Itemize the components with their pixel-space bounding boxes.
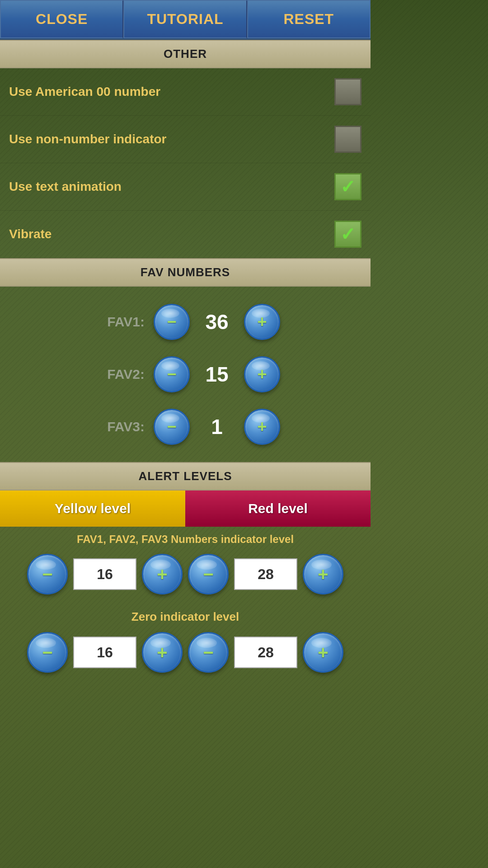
fav2-plus-button[interactable]: + — [244, 356, 280, 392]
fav-indicator-row: − 16 + − 28 + — [0, 549, 371, 604]
checkbox-textanimation[interactable]: ✓ — [334, 173, 361, 200]
fav2-row: FAV2: − 15 + — [0, 348, 371, 401]
red-level-indicator: Red level — [185, 491, 371, 527]
fav2-minus-button[interactable]: − — [154, 356, 190, 392]
zero-yellow-plus-button[interactable]: + — [142, 632, 183, 673]
setting-label-american00: Use American 00 number — [9, 85, 160, 99]
fav3-minus-button[interactable]: − — [154, 409, 190, 445]
setting-row-nonnumber: Use non-number indicator ✓ — [0, 116, 371, 163]
fav1-value: 36 — [199, 310, 235, 334]
reset-button[interactable]: RESET — [247, 0, 371, 38]
fav-numbers-container: FAV1: − 36 + FAV2: − 15 + FAV3: − 1 + — [0, 287, 371, 462]
plus-icon: + — [257, 417, 267, 436]
fav3-plus-button[interactable]: + — [244, 409, 280, 445]
fav1-label: FAV1: — [90, 314, 145, 330]
other-settings-container: Use American 00 number ✓ Use non-number … — [0, 68, 371, 258]
zero-indicator-label: Zero indicator level — [0, 604, 371, 627]
plus-icon: + — [157, 642, 167, 663]
fav-red-minus-button[interactable]: − — [188, 554, 229, 594]
yellow-level-indicator: Yellow level — [0, 491, 185, 527]
setting-label-vibrate: Vibrate — [9, 227, 52, 241]
fav-yellow-minus-button[interactable]: − — [27, 554, 68, 594]
zero-red-plus-button[interactable]: + — [303, 632, 343, 673]
fav3-value: 1 — [199, 415, 235, 439]
minus-icon: − — [203, 564, 213, 585]
checkmark-vibrate: ✓ — [340, 224, 356, 245]
minus-icon: − — [42, 564, 52, 585]
zero-red-minus-button[interactable]: − — [188, 632, 229, 673]
setting-row-american00: Use American 00 number ✓ — [0, 68, 371, 116]
alert-levels-bar: Yellow level Red level — [0, 491, 371, 527]
minus-icon: − — [42, 642, 52, 663]
minus-icon: − — [167, 417, 176, 436]
checkbox-nonnumber[interactable]: ✓ — [334, 126, 361, 153]
setting-row-textanimation: Use text animation ✓ — [0, 163, 371, 211]
fav-numbers-section-header: FAV NUMBERS — [0, 258, 371, 287]
plus-icon: + — [257, 365, 267, 384]
fav3-label: FAV3: — [90, 419, 145, 434]
setting-row-vibrate: Vibrate ✓ — [0, 211, 371, 258]
fav-yellow-value[interactable]: 16 — [73, 558, 136, 590]
top-bar: CLOSE TUTORIAL RESET — [0, 0, 371, 40]
other-section-header: OTHER — [0, 40, 371, 68]
fav-red-plus-button[interactable]: + — [303, 554, 343, 594]
tutorial-button[interactable]: TUTORIAL — [123, 0, 247, 38]
plus-icon: + — [257, 312, 267, 331]
fav3-row: FAV3: − 1 + — [0, 401, 371, 453]
fav1-minus-button[interactable]: − — [154, 304, 190, 340]
fav2-value: 15 — [199, 362, 235, 387]
fav1-row: FAV1: − 36 + — [0, 296, 371, 348]
checkbox-american00[interactable]: ✓ — [334, 78, 361, 105]
plus-icon: + — [157, 564, 167, 585]
setting-label-textanimation: Use text animation — [9, 179, 122, 194]
checkmark-textanimation: ✓ — [340, 176, 356, 197]
setting-label-nonnumber: Use non-number indicator — [9, 132, 166, 146]
zero-red-value[interactable]: 28 — [234, 637, 297, 668]
minus-icon: − — [167, 312, 176, 331]
plus-icon: + — [318, 642, 328, 663]
plus-icon: + — [318, 564, 328, 585]
minus-icon: − — [203, 642, 213, 663]
zero-yellow-minus-button[interactable]: − — [27, 632, 68, 673]
fav1-plus-button[interactable]: + — [244, 304, 280, 340]
zero-yellow-value[interactable]: 16 — [73, 637, 136, 668]
checkbox-vibrate[interactable]: ✓ — [334, 221, 361, 248]
zero-indicator-row: − 16 + − 28 + — [0, 627, 371, 682]
alert-levels-section-header: ALERT LEVELS — [0, 462, 371, 491]
fav-yellow-plus-button[interactable]: + — [142, 554, 183, 594]
fav2-label: FAV2: — [90, 367, 145, 382]
minus-icon: − — [167, 365, 176, 384]
close-button[interactable]: CLOSE — [0, 0, 123, 38]
fav-red-value[interactable]: 28 — [234, 558, 297, 590]
fav-indicator-label: FAV1, FAV2, FAV3 Numbers indicator level — [0, 527, 371, 549]
